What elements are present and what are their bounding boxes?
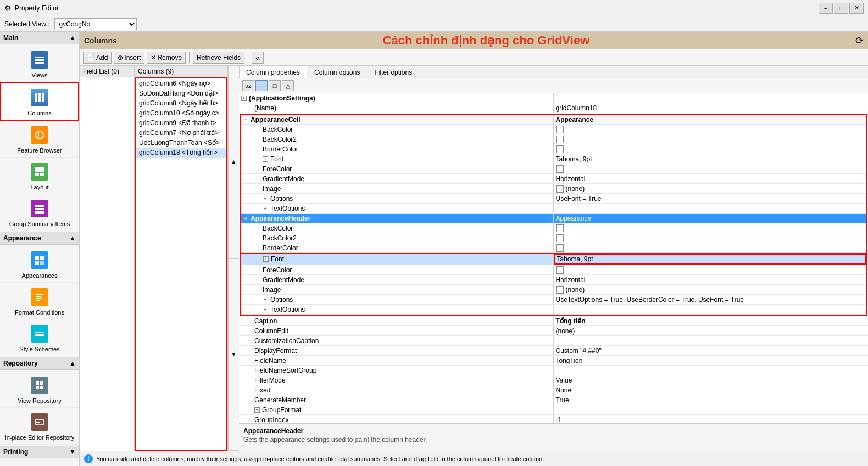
prop-row-backcolor-header: BackColor [241,223,866,233]
list-item[interactable]: gridColumn10 <Số ngày c> [136,108,226,118]
name-prop-value: gridColumn18 [554,103,869,113]
columns-list-header[interactable]: Columns (9) [135,66,227,77]
list-item[interactable]: SoDonDatHang <Đơn đặt> [136,88,226,98]
textoptions-header-expand[interactable]: + [263,307,268,312]
appearance-cell-section: − AppearanceCell Appearance BackColor [240,114,867,316]
tab-filter-options[interactable]: Filter options [367,66,419,78]
sidebar-item-format-conditions[interactable]: Format Conditions [0,283,79,319]
caption-value: Tổng tiền [554,316,869,325]
prop-row-backcolor2-cell: BackColor2 [241,134,866,144]
title-bar: ⚙ Property Editor − □ ✕ [0,0,868,16]
sidebar-section-repository[interactable]: Repository ▲ [0,357,79,370]
filtermode-name: FilterMode [239,375,554,385]
sidebar-item-appearances[interactable]: Appearances [0,246,79,283]
svg-rect-1 [35,59,44,61]
scroll-arrows: ▲ ▼ [228,66,239,451]
sidebar-item-views[interactable]: Views [0,46,79,82]
list-item[interactable]: gridColumn9 <Đã thanh t> [136,118,226,128]
backcolor-header-name: BackColor [241,223,554,233]
image-cell-value: (none) [554,184,867,193]
sort-alpha-button[interactable]: az [242,80,254,91]
sort-category-button[interactable]: ≡ [255,80,268,91]
sidebar-section-printing[interactable]: Printing ▼ [0,446,79,458]
main-section-content: Views Columns i Fea [0,44,79,232]
format-icon [31,288,48,306]
inplace-icon-container [29,411,51,433]
textoptions-cell-value [554,204,867,213]
tab-column-options[interactable]: Column options [307,66,367,78]
app-settings-expand[interactable]: + [241,96,247,101]
remove-button[interactable]: ✕ Remove [147,52,186,64]
banner-text: Cách chỉnh định dạng cho GridView [383,33,590,48]
printing-collapse-icon: ▼ [69,448,76,456]
options-cell-expand[interactable]: + [263,196,268,201]
view-repo-icon-container [29,374,51,396]
sidebar-item-group-summary[interactable]: Group Summary Items [0,194,79,231]
list-item[interactable]: gridColumn18 <Tổng tiền> [136,148,226,158]
feature-icon: i [31,126,48,144]
refresh-icon[interactable]: ⟳ [855,35,864,47]
sidebar-item-style-schemes[interactable]: Style Schemes [0,319,79,356]
groupindex-name: GroupIndex [239,415,554,423]
generatemember-value: True [554,395,869,405]
prop-button-4[interactable]: △ [282,80,294,91]
sidebar-item-layout[interactable]: Layout [0,158,79,194]
title-bar-left: ⚙ Property Editor [4,4,59,13]
prop-row-groupindex: GroupIndex -1 [239,415,868,423]
description-text: Gets the appearance settings used to pai… [243,436,864,443]
svg-rect-25 [40,381,43,385]
views-icon [31,51,48,69]
sidebar-section-main[interactable]: Main ▲ [0,32,79,44]
display-format-name: DisplayFormat [239,346,554,355]
options-header-name: + Options [241,295,554,304]
appearance-cell-expand[interactable]: − [243,117,248,122]
bordercolor-cell-value [554,144,867,154]
font-cell-expand[interactable]: + [263,156,268,162]
backcolor2-cell-name: BackColor2 [241,134,554,144]
app-settings-value [554,93,869,103]
sidebar-item-view-repository[interactable]: View Repository [0,371,79,408]
bordercolor-header-swatch [556,244,564,252]
retrieve-fields-button[interactable]: Retrieve Fields [193,52,244,64]
bordercolor-header-name: BorderColor [241,243,554,252]
sidebar-item-feature-browser[interactable]: i Feature Browser [0,121,79,158]
sidebar-item-columns[interactable]: Columns [0,82,79,121]
close-button[interactable]: ✕ [849,3,864,14]
scroll-down-arrow[interactable]: ▼ [229,259,239,451]
prop-button-3[interactable]: □ [269,80,281,91]
appearance-cell-value: Appearance [554,115,867,124]
fieldname-name: FieldName [239,356,554,365]
insert-button[interactable]: ⊕ Insert [114,52,144,64]
collapse-button[interactable]: « [252,52,264,64]
name-prop-name: (Name) [239,103,554,113]
maximize-button[interactable]: □ [834,3,848,14]
scroll-up-arrow[interactable]: ▲ [229,66,239,259]
sidebar-item-inplace-editor[interactable]: In-place Editor Repository [0,408,79,445]
textoptions-cell-expand[interactable]: + [263,206,268,211]
font-cell-name: + Font [241,154,554,164]
selected-view-select[interactable]: gvCongNo [54,18,137,30]
svg-rect-0 [35,57,44,58]
svg-rect-8 [35,167,44,172]
tab-bar: Column properties Column options Filter … [239,66,868,78]
sidebar-section-appearance[interactable]: Appearance ▲ [0,232,79,245]
list-item[interactable]: UocLuongThanhToan <Số> [136,138,226,148]
list-item[interactable]: gridColumn7 <Nợ phải trả> [136,128,226,138]
tab-column-properties[interactable]: Column properties [239,66,307,78]
add-button[interactable]: 📄 Add [83,52,112,64]
repository-collapse-icon: ▲ [69,360,76,367]
font-header-expand[interactable]: + [263,256,269,262]
sidebar: Main ▲ Views [0,32,80,466]
prop-row-backcolor2-header: BackColor2 [241,233,866,243]
appearance-header-expand[interactable]: − [243,216,248,221]
list-item[interactable]: gridColumn8 <Ngày hết h> [136,98,226,108]
column-list-panel: Field List (0) Columns (9) gridColumn6 <… [80,66,228,451]
svg-rect-9 [35,173,39,176]
repository-section-label: Repository [3,360,38,367]
list-item[interactable]: gridColumn6 <Ngày nợ> [136,78,226,88]
minimize-button[interactable]: − [819,3,833,14]
backcolor2-header-name: BackColor2 [241,233,554,243]
groupformat-expand[interactable]: + [254,407,260,413]
prop-grid: + (ApplicationSettings) (Name) gridColum… [239,93,868,423]
options-header-expand[interactable]: + [263,297,268,302]
